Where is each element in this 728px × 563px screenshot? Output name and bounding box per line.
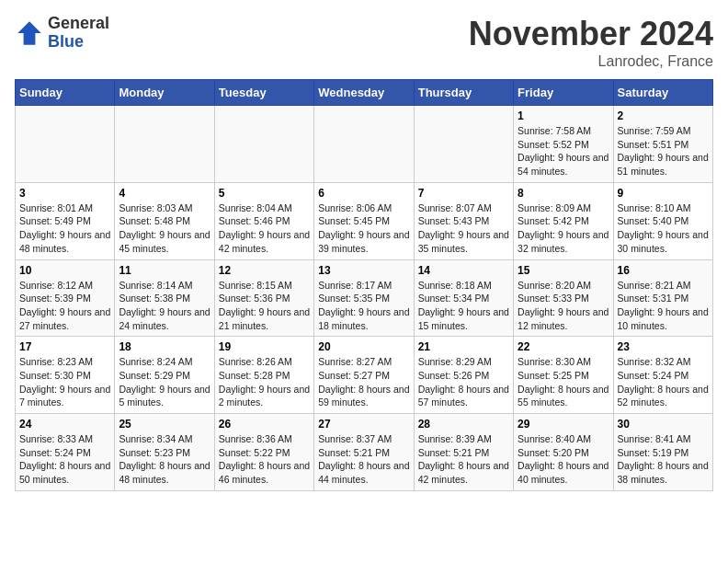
day-number: 28 <box>418 418 509 431</box>
day-number: 23 <box>618 340 709 353</box>
calendar-cell: 19Sunrise: 8:26 AM Sunset: 5:28 PM Dayli… <box>214 337 313 414</box>
calendar-week-row: 17Sunrise: 8:23 AM Sunset: 5:30 PM Dayli… <box>16 337 713 414</box>
calendar-cell <box>16 106 115 183</box>
calendar-cell <box>214 106 313 183</box>
day-info: Sunrise: 8:23 AM Sunset: 5:30 PM Dayligh… <box>19 355 110 409</box>
day-info: Sunrise: 8:30 AM Sunset: 5:25 PM Dayligh… <box>518 355 609 409</box>
day-number: 1 <box>518 109 609 122</box>
logo-general-text: General <box>48 15 109 33</box>
day-info: Sunrise: 8:03 AM Sunset: 5:48 PM Dayligh… <box>119 201 210 256</box>
day-info: Sunrise: 8:09 AM Sunset: 5:42 PM Dayligh… <box>518 201 609 256</box>
calendar-cell: 27Sunrise: 8:37 AM Sunset: 5:21 PM Dayli… <box>314 414 414 491</box>
calendar-cell: 26Sunrise: 8:36 AM Sunset: 5:22 PM Dayli… <box>214 414 313 491</box>
day-info: Sunrise: 8:40 AM Sunset: 5:20 PM Dayligh… <box>518 432 609 487</box>
calendar-cell: 18Sunrise: 8:24 AM Sunset: 5:29 PM Dayli… <box>115 337 214 414</box>
calendar-cell: 17Sunrise: 8:23 AM Sunset: 5:30 PM Dayli… <box>16 337 115 414</box>
calendar-cell <box>314 106 414 183</box>
day-number: 24 <box>19 418 110 431</box>
day-number: 13 <box>318 264 409 277</box>
day-number: 7 <box>418 187 509 200</box>
calendar-cell: 1Sunrise: 7:58 AM Sunset: 5:52 PM Daylig… <box>514 106 613 183</box>
day-info: Sunrise: 8:04 AM Sunset: 5:46 PM Dayligh… <box>219 201 310 256</box>
day-number: 19 <box>219 340 310 353</box>
day-info: Sunrise: 8:34 AM Sunset: 5:23 PM Dayligh… <box>119 432 210 487</box>
calendar-cell: 25Sunrise: 8:34 AM Sunset: 5:23 PM Dayli… <box>115 414 214 491</box>
day-info: Sunrise: 8:24 AM Sunset: 5:29 PM Dayligh… <box>119 355 210 409</box>
weekday-header-monday: Monday <box>115 80 214 106</box>
svg-marker-0 <box>17 21 41 45</box>
weekday-header-saturday: Saturday <box>613 80 712 106</box>
calendar-cell: 20Sunrise: 8:27 AM Sunset: 5:27 PM Dayli… <box>314 337 414 414</box>
logo-text: General Blue <box>48 15 109 52</box>
day-info: Sunrise: 8:33 AM Sunset: 5:24 PM Dayligh… <box>19 432 110 487</box>
title-section: November 2024 Lanrodec, France <box>469 15 713 70</box>
month-title: November 2024 <box>469 15 713 53</box>
day-number: 15 <box>518 264 609 277</box>
weekday-header-thursday: Thursday <box>414 80 513 106</box>
day-info: Sunrise: 8:18 AM Sunset: 5:34 PM Dayligh… <box>418 279 509 333</box>
weekday-header-friday: Friday <box>514 80 613 106</box>
day-info: Sunrise: 8:01 AM Sunset: 5:49 PM Dayligh… <box>19 201 110 256</box>
day-info: Sunrise: 8:39 AM Sunset: 5:21 PM Dayligh… <box>418 432 509 487</box>
day-number: 3 <box>19 187 110 200</box>
weekday-header-sunday: Sunday <box>16 80 115 106</box>
logo-icon <box>15 18 44 48</box>
day-number: 16 <box>618 264 709 277</box>
day-number: 10 <box>19 264 110 277</box>
calendar-cell <box>115 106 214 183</box>
calendar-cell: 29Sunrise: 8:40 AM Sunset: 5:20 PM Dayli… <box>514 414 613 491</box>
weekday-header-wednesday: Wednesday <box>314 80 414 106</box>
header: General Blue November 2024 Lanrodec, Fra… <box>15 15 713 70</box>
day-info: Sunrise: 8:07 AM Sunset: 5:43 PM Dayligh… <box>418 201 509 256</box>
calendar-week-row: 24Sunrise: 8:33 AM Sunset: 5:24 PM Dayli… <box>16 414 713 491</box>
calendar-table: SundayMondayTuesdayWednesdayThursdayFrid… <box>15 79 713 491</box>
day-info: Sunrise: 7:59 AM Sunset: 5:51 PM Dayligh… <box>618 124 709 178</box>
calendar-cell: 3Sunrise: 8:01 AM Sunset: 5:49 PM Daylig… <box>16 182 115 259</box>
day-number: 30 <box>618 418 709 431</box>
calendar-cell: 30Sunrise: 8:41 AM Sunset: 5:19 PM Dayli… <box>613 414 712 491</box>
day-info: Sunrise: 8:26 AM Sunset: 5:28 PM Dayligh… <box>219 355 310 409</box>
calendar-cell: 23Sunrise: 8:32 AM Sunset: 5:24 PM Dayli… <box>613 337 712 414</box>
calendar-cell: 8Sunrise: 8:09 AM Sunset: 5:42 PM Daylig… <box>514 182 613 259</box>
logo: General Blue <box>15 15 109 52</box>
calendar-cell: 12Sunrise: 8:15 AM Sunset: 5:36 PM Dayli… <box>214 259 313 337</box>
calendar-cell: 13Sunrise: 8:17 AM Sunset: 5:35 PM Dayli… <box>314 259 414 337</box>
calendar-cell: 6Sunrise: 8:06 AM Sunset: 5:45 PM Daylig… <box>314 182 414 259</box>
day-info: Sunrise: 8:14 AM Sunset: 5:38 PM Dayligh… <box>119 279 210 333</box>
day-number: 14 <box>418 264 509 277</box>
day-info: Sunrise: 8:37 AM Sunset: 5:21 PM Dayligh… <box>318 432 409 487</box>
calendar-body: 1Sunrise: 7:58 AM Sunset: 5:52 PM Daylig… <box>16 106 713 491</box>
day-number: 21 <box>418 340 509 353</box>
day-info: Sunrise: 8:06 AM Sunset: 5:45 PM Dayligh… <box>318 201 409 256</box>
calendar-header: SundayMondayTuesdayWednesdayThursdayFrid… <box>16 80 713 106</box>
day-number: 8 <box>518 187 609 200</box>
calendar-cell: 14Sunrise: 8:18 AM Sunset: 5:34 PM Dayli… <box>414 259 513 337</box>
calendar-cell: 15Sunrise: 8:20 AM Sunset: 5:33 PM Dayli… <box>514 259 613 337</box>
day-number: 25 <box>119 418 210 431</box>
day-info: Sunrise: 7:58 AM Sunset: 5:52 PM Dayligh… <box>518 124 609 178</box>
day-number: 2 <box>618 109 709 122</box>
calendar-cell: 21Sunrise: 8:29 AM Sunset: 5:26 PM Dayli… <box>414 337 513 414</box>
day-info: Sunrise: 8:27 AM Sunset: 5:27 PM Dayligh… <box>318 355 409 409</box>
calendar-cell <box>414 106 513 183</box>
calendar-cell: 24Sunrise: 8:33 AM Sunset: 5:24 PM Dayli… <box>16 414 115 491</box>
day-info: Sunrise: 8:21 AM Sunset: 5:31 PM Dayligh… <box>618 279 709 333</box>
calendar-cell: 28Sunrise: 8:39 AM Sunset: 5:21 PM Dayli… <box>414 414 513 491</box>
calendar-cell: 16Sunrise: 8:21 AM Sunset: 5:31 PM Dayli… <box>613 259 712 337</box>
weekday-header-row: SundayMondayTuesdayWednesdayThursdayFrid… <box>16 80 713 106</box>
calendar-week-row: 1Sunrise: 7:58 AM Sunset: 5:52 PM Daylig… <box>16 106 713 183</box>
logo-blue-text: Blue <box>48 33 109 52</box>
day-number: 29 <box>518 418 609 431</box>
day-number: 9 <box>618 187 709 200</box>
day-number: 5 <box>219 187 310 200</box>
day-info: Sunrise: 8:20 AM Sunset: 5:33 PM Dayligh… <box>518 279 609 333</box>
day-number: 4 <box>119 187 210 200</box>
day-number: 17 <box>19 340 110 353</box>
day-info: Sunrise: 8:15 AM Sunset: 5:36 PM Dayligh… <box>219 279 310 333</box>
day-number: 11 <box>119 264 210 277</box>
calendar-cell: 2Sunrise: 7:59 AM Sunset: 5:51 PM Daylig… <box>613 106 712 183</box>
calendar-cell: 5Sunrise: 8:04 AM Sunset: 5:46 PM Daylig… <box>214 182 313 259</box>
day-number: 27 <box>318 418 409 431</box>
calendar-cell: 22Sunrise: 8:30 AM Sunset: 5:25 PM Dayli… <box>514 337 613 414</box>
day-info: Sunrise: 8:36 AM Sunset: 5:22 PM Dayligh… <box>219 432 310 487</box>
